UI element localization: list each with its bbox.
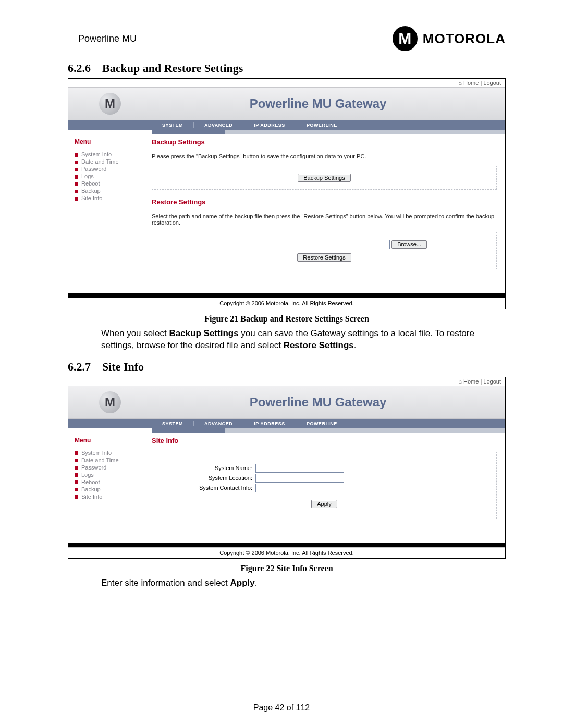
banner-m-icon: M: [99, 391, 121, 413]
banner-title: Powerline MU Gateway: [152, 395, 505, 410]
menu-password[interactable]: Password: [75, 464, 146, 471]
banner-title: Powerline MU Gateway: [152, 96, 505, 111]
menu-heading: Menu: [75, 138, 146, 145]
section-body-1: When you select Backup Settings you can …: [101, 328, 506, 352]
panel-title-backup: Backup Settings: [152, 138, 497, 146]
nav-ip-address[interactable]: IP ADDRESS: [243, 421, 296, 426]
browse-button[interactable]: Browse...: [391, 240, 427, 249]
figure-caption-22: Figure 22 Site Info Screen: [68, 564, 506, 573]
restore-settings-button[interactable]: Restore Settings: [297, 253, 351, 262]
nav-advanced[interactable]: ADVANCED: [194, 421, 243, 426]
restore-file-input[interactable]: [286, 240, 390, 249]
logout-link[interactable]: Logout: [483, 80, 501, 86]
main-nav: SYSTEM ADVANCED IP ADDRESS POWERLINE: [68, 419, 505, 428]
screenshot-site-info: ⌂ Home | Logout M Powerline MU Gateway S…: [68, 377, 506, 559]
menu-site-info[interactable]: Site Info: [75, 493, 146, 500]
copyright: Copyright © 2006 Motorola, Inc. All Righ…: [68, 547, 505, 558]
nav-powerline[interactable]: POWERLINE: [296, 122, 348, 128]
nav-ip-address[interactable]: IP ADDRESS: [243, 122, 296, 128]
home-link[interactable]: Home: [463, 80, 479, 86]
section-number: 6.2.7: [68, 360, 91, 373]
label-system-contact: System Contact Info:: [158, 485, 255, 491]
motorola-logo: M MOTOROLA: [393, 26, 506, 51]
home-link[interactable]: Home: [463, 378, 479, 385]
menu-backup[interactable]: Backup: [75, 486, 146, 493]
label-system-name: System Name:: [158, 465, 255, 471]
menu-system-info[interactable]: System Info: [75, 151, 146, 158]
menu-date-and-time[interactable]: Date and Time: [75, 456, 146, 464]
menu-reboot[interactable]: Reboot: [75, 180, 146, 187]
panel-title-restore: Restore Settings: [152, 198, 497, 206]
menu-password[interactable]: Password: [75, 165, 146, 172]
system-contact-input[interactable]: [255, 484, 344, 492]
topbar: ⌂ Home | Logout: [68, 79, 505, 87]
system-name-input[interactable]: [255, 464, 344, 473]
menu-reboot[interactable]: Reboot: [75, 478, 146, 486]
backup-settings-button[interactable]: Backup Settings: [298, 174, 351, 182]
section-body-2: Enter site information and select Apply.: [101, 577, 506, 589]
backup-description: Please press the "Backup Settings" butto…: [152, 153, 497, 159]
menu-heading: Menu: [75, 437, 146, 444]
nav-powerline[interactable]: POWERLINE: [296, 421, 348, 426]
motorola-wordmark: MOTOROLA: [423, 31, 506, 47]
menu-site-info[interactable]: Site Info: [75, 194, 146, 202]
motorola-m-icon: M: [393, 26, 418, 51]
home-icon: ⌂: [458, 80, 462, 86]
page-number: Page 42 of 112: [0, 703, 563, 712]
nav-system[interactable]: SYSTEM: [152, 421, 194, 426]
section-number: 6.2.6: [68, 61, 91, 75]
logout-link[interactable]: Logout: [483, 378, 501, 385]
screenshot-backup-restore: ⌂ Home | Logout M Powerline MU Gateway S…: [68, 78, 506, 309]
menu-logs[interactable]: Logs: [75, 471, 146, 478]
doc-header-title: Powerline MU: [68, 33, 137, 44]
figure-caption-21: Figure 21 Backup and Restore Settings Sc…: [68, 314, 506, 324]
system-location-input[interactable]: [255, 474, 344, 483]
topbar: ⌂ Home | Logout: [68, 377, 505, 386]
nav-advanced[interactable]: ADVANCED: [194, 122, 243, 128]
main-nav: SYSTEM ADVANCED IP ADDRESS POWERLINE: [68, 120, 505, 130]
menu-backup[interactable]: Backup: [75, 187, 146, 194]
menu-system-info[interactable]: System Info: [75, 449, 146, 456]
apply-button[interactable]: Apply: [311, 500, 337, 508]
panel-title-site-info: Site Info: [152, 437, 497, 445]
section-title: Site Info: [102, 360, 144, 373]
menu-date-and-time[interactable]: Date and Time: [75, 158, 146, 165]
menu-logs[interactable]: Logs: [75, 172, 146, 180]
restore-description: Select the path and name of the backup f…: [152, 213, 497, 226]
section-title: Backup and Restore Settings: [102, 61, 243, 75]
banner-m-icon: M: [99, 93, 121, 115]
nav-system[interactable]: SYSTEM: [152, 122, 194, 128]
copyright: Copyright © 2006 Motorola, Inc. All Righ…: [68, 298, 505, 309]
label-system-location: System Location:: [158, 475, 255, 481]
home-icon: ⌂: [458, 378, 462, 385]
